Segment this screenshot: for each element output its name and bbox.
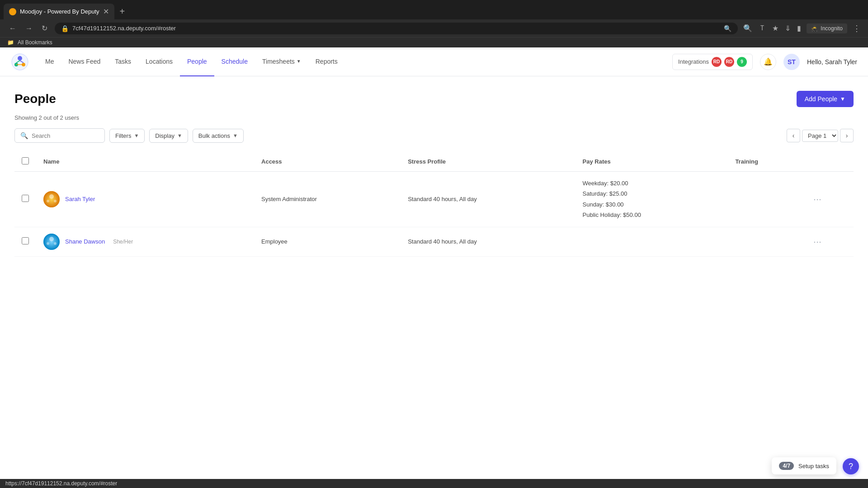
person-stress-profile-sarah: Standard 40 hours, All day <box>401 172 575 227</box>
pagination-next-button[interactable]: › <box>840 129 854 142</box>
pagination-prev-button[interactable]: ‹ <box>787 129 800 142</box>
nav-item-locations[interactable]: Locations <box>138 47 180 76</box>
search-input[interactable] <box>32 132 95 139</box>
person-pay-rates-sarah: Weekday: $20.00 Saturday: $25.00 Sunday:… <box>576 172 728 227</box>
table-row: Sarah Tyler System Administrator Standar… <box>14 172 854 227</box>
add-people-dropdown-icon: ▼ <box>840 96 845 102</box>
display-chevron-icon: ▼ <box>177 133 182 138</box>
new-tab-button[interactable]: + <box>116 5 129 19</box>
top-nav: Me News Feed Tasks Locations People Sche… <box>0 47 868 76</box>
zoom-icon[interactable]: 🔍 <box>743 24 752 33</box>
notifications-button[interactable]: 🔔 <box>760 54 776 70</box>
layout-icon[interactable]: ▮ <box>797 24 801 33</box>
integrations-label: Integrations <box>678 58 709 65</box>
row-more-actions-sarah[interactable]: ⋯ <box>813 195 821 204</box>
browser-chrome: Moodjoy - Powered By Deputy ✕ + ← → ↻ 🔒 … <box>0 0 868 47</box>
svg-point-1 <box>18 56 22 61</box>
address-bar[interactable]: 🔒 🔍 <box>55 23 738 34</box>
tab-title: Moodjoy - Powered By Deputy <box>20 8 99 15</box>
person-actions-sarah: ⋯ <box>806 172 854 227</box>
user-avatar[interactable]: ST <box>783 54 800 70</box>
person-name-shane[interactable]: Shane Dawson <box>65 238 105 245</box>
help-button[interactable]: ? <box>843 458 859 474</box>
bookmarks-bar: 📁 All Bookmarks <box>0 37 868 47</box>
pagination-page-select[interactable]: Page 1 <box>802 130 838 142</box>
row-checkbox-cell-shane <box>14 227 36 256</box>
row-checkbox-shane[interactable] <box>22 237 29 244</box>
main-content: People Add People ▼ Showing 2 out of 2 u… <box>0 76 868 271</box>
display-label: Display <box>155 132 175 139</box>
svg-point-14 <box>54 242 57 245</box>
table-row: Shane Dawson She/Her Employee Standard 4… <box>14 227 854 256</box>
person-actions-shane: ⋯ <box>806 227 854 256</box>
nav-item-reports[interactable]: Reports <box>308 47 345 76</box>
nav-right: Integrations RD RD 9 🔔 ST Hello, Sarah T… <box>672 54 857 70</box>
app-logo[interactable] <box>11 53 29 71</box>
toolbar: 🔍 Filters ▼ Display ▼ Bulk actions ▼ ‹ P… <box>14 128 854 143</box>
incognito-button[interactable]: 🥷 Incognito <box>807 23 847 33</box>
svg-point-9 <box>47 200 49 202</box>
user-greeting: Hello, Sarah Tyler <box>807 58 857 66</box>
search-box[interactable]: 🔍 <box>14 128 105 143</box>
lock-icon: 🔒 <box>61 25 69 32</box>
nav-item-schedule[interactable]: Schedule <box>214 47 255 76</box>
tab-close-button[interactable]: ✕ <box>103 7 109 16</box>
download-icon[interactable]: ⇓ <box>785 24 791 33</box>
app-container: Me News Feed Tasks Locations People Sche… <box>0 47 868 481</box>
active-tab[interactable]: Moodjoy - Powered By Deputy ✕ <box>4 4 114 19</box>
nav-item-me[interactable]: Me <box>38 47 61 76</box>
person-cell-shane: Shane Dawson She/Her <box>43 234 247 250</box>
reload-button[interactable]: ↻ <box>40 22 49 34</box>
translate-icon[interactable]: Ｔ <box>759 23 766 33</box>
timesheets-dropdown-icon: ▼ <box>297 59 301 64</box>
person-name-sarah[interactable]: Sarah Tyler <box>65 196 95 202</box>
col-access: Access <box>254 152 401 172</box>
nav-item-timesheets[interactable]: Timesheets ▼ <box>255 47 308 76</box>
add-people-label: Add People <box>805 95 837 103</box>
avatar-sarah <box>43 191 60 207</box>
integrations-button[interactable]: Integrations RD RD 9 <box>672 54 753 70</box>
status-url: https://7cf47d19112152.na.deputy.com/#ro… <box>5 480 117 481</box>
filters-label: Filters <box>115 132 131 139</box>
filters-chevron-icon: ▼ <box>134 133 139 138</box>
avatar-shane <box>43 234 60 250</box>
bulk-actions-label: Bulk actions <box>198 132 230 139</box>
svg-point-7 <box>43 191 60 207</box>
extensions-button[interactable]: ⋮ <box>853 23 861 33</box>
back-button[interactable]: ← <box>7 23 18 34</box>
setup-tasks-label: Setup tasks <box>798 463 829 469</box>
table-body: Sarah Tyler System Administrator Standar… <box>14 172 854 257</box>
showing-count: Showing 2 out of 2 users <box>14 114 854 121</box>
search-icon: 🔍 <box>724 25 731 32</box>
svg-point-13 <box>47 242 49 245</box>
person-cell-sarah: Sarah Tyler <box>43 191 247 207</box>
person-training-sarah <box>728 172 806 227</box>
nav-item-tasks[interactable]: Tasks <box>108 47 138 76</box>
bookmark-icon[interactable]: ★ <box>772 24 778 33</box>
forward-button[interactable]: → <box>24 23 34 34</box>
person-training-shane <box>728 227 806 256</box>
nav-item-people[interactable]: People <box>180 47 214 76</box>
row-more-actions-shane[interactable]: ⋯ <box>813 237 821 246</box>
svg-point-12 <box>49 237 54 241</box>
nav-item-news-feed[interactable]: News Feed <box>61 47 108 76</box>
bulk-actions-button[interactable]: Bulk actions ▼ <box>193 129 244 143</box>
add-people-button[interactable]: Add People ▼ <box>797 91 854 107</box>
setup-tasks-widget[interactable]: 4/7 Setup tasks <box>772 457 836 474</box>
setup-tasks-badge: 4/7 <box>779 462 794 470</box>
col-pay-rates: Pay Rates <box>576 152 728 172</box>
help-icon: ? <box>849 462 853 471</box>
svg-point-10 <box>54 200 57 202</box>
person-name-cell-shane: Shane Dawson She/Her <box>36 227 254 256</box>
filters-button[interactable]: Filters ▼ <box>109 129 145 143</box>
select-all-checkbox[interactable] <box>22 157 29 164</box>
table-header: Name Access Stress Profile Pay Rates Tra… <box>14 152 854 172</box>
display-button[interactable]: Display ▼ <box>149 129 188 143</box>
nav-items: Me News Feed Tasks Locations People Sche… <box>38 47 672 76</box>
search-icon: 🔍 <box>20 132 28 139</box>
svg-point-8 <box>49 194 54 199</box>
person-access-sarah: System Administrator <box>254 172 401 227</box>
row-checkbox-sarah[interactable] <box>22 195 29 202</box>
url-input[interactable] <box>72 25 720 32</box>
svg-point-11 <box>43 234 60 250</box>
